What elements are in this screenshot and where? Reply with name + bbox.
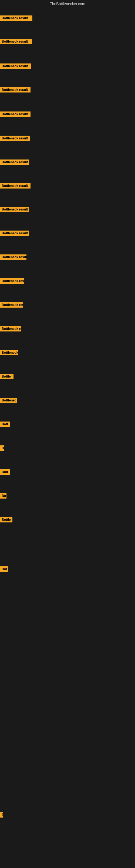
bottleneck-badge-14: Bottleneck res	[0, 326, 21, 332]
site-title: TheBottlenecker.com	[0, 0, 135, 8]
bottleneck-badge-24: B	[0, 812, 3, 817]
bottleneck-badge-9: Bottleneck result	[0, 207, 29, 212]
bottleneck-badge-17: Bottlenec	[0, 398, 17, 403]
bottleneck-badge-22: Bottle	[0, 517, 12, 522]
bottleneck-badge-4: Bottleneck result	[0, 87, 31, 93]
bottleneck-badge-23: Bot	[0, 566, 8, 572]
bottleneck-badge-21: Bo	[0, 493, 6, 499]
bottleneck-badge-12: Bottleneck resu	[0, 278, 24, 284]
bottleneck-badge-1: Bottleneck result	[0, 16, 32, 21]
bottleneck-badge-2: Bottleneck result	[0, 39, 32, 44]
bottleneck-badge-15: Bottleneck	[0, 350, 18, 355]
bottleneck-badge-11: Bottleneck resul	[0, 254, 27, 260]
bottleneck-badge-13: Bottleneck resu	[0, 302, 23, 308]
bottleneck-badge-8: Bottleneck result	[0, 183, 31, 188]
bottleneck-badge-18: Bott	[0, 422, 10, 427]
bottleneck-badge-6: Bottleneck result	[0, 135, 30, 141]
bottleneck-badge-16: Bottle	[0, 374, 13, 379]
bottleneck-badge-19: B	[0, 445, 4, 451]
bottleneck-badge-7: Bottleneck result	[0, 159, 29, 165]
bottleneck-badge-5: Bottleneck result	[0, 112, 31, 117]
bottleneck-badge-10: Bottleneck result	[0, 230, 29, 236]
bottleneck-badge-3: Bottleneck result	[0, 63, 31, 69]
bottleneck-badge-20: Bott	[0, 469, 10, 475]
